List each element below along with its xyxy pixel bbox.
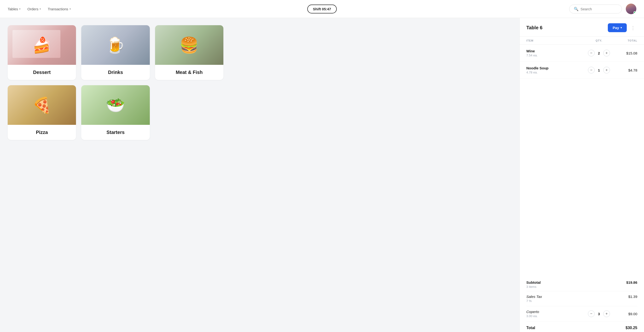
category-image-starters <box>81 85 150 125</box>
plus-icon: + <box>606 68 608 72</box>
tax-row: Sales Tax 7 % $1.39 <box>526 291 637 306</box>
minus-icon: − <box>590 51 592 55</box>
avatar[interactable] <box>626 4 636 14</box>
order-item-noodle-total: $4.78 <box>613 68 637 72</box>
subtotal-row: Subtotal 3 items $19.86 <box>526 278 637 291</box>
category-label-dessert: Dessert <box>8 65 76 80</box>
category-card-meat-fish[interactable]: Meat & Fish <box>155 25 223 80</box>
minus-icon: − <box>590 68 592 72</box>
coperto-price: 3.00 ea. <box>526 314 584 318</box>
qty-decrease-coperto[interactable]: − <box>588 310 595 317</box>
order-item-noodle-info: Noodle Soup 4.78 ea. <box>526 66 584 74</box>
search-bar[interactable]: 🔍 <box>569 5 622 14</box>
nav-tables[interactable]: Tables ▾ <box>8 7 20 11</box>
total-amount: $30.25 <box>626 326 637 330</box>
subtotal-amount: $19.86 <box>626 280 637 284</box>
tax-label-group: Sales Tax 7 % <box>526 294 542 303</box>
category-image-drinks <box>81 25 150 65</box>
table-title: Table 6 <box>526 25 542 31</box>
coperto-amount: $9.00 <box>613 312 637 316</box>
order-item-noodle-name: Noodle Soup <box>526 66 584 70</box>
pay-button[interactable]: Pay ▾ <box>608 23 627 32</box>
order-item-wine-price: 7.54 ea. <box>526 54 584 57</box>
tax-label: Sales Tax <box>526 294 542 299</box>
category-label-starters: Starters <box>81 125 150 140</box>
order-item-wine-qty-control: − 2 + <box>584 50 613 56</box>
col-qty-header: QTY. <box>584 39 613 42</box>
qty-increase-noodle[interactable]: + <box>603 67 610 73</box>
total-row: Total $30.25 <box>526 321 637 332</box>
subtotal-label: Subtotal <box>526 280 541 284</box>
header: Tables ▾ Orders ▾ Transactions ▾ Shift 0… <box>0 0 644 18</box>
tax-amount: $1.39 <box>628 294 637 299</box>
coperto-label: Coperto <box>526 310 584 314</box>
category-image-dessert <box>8 25 76 65</box>
order-item-wine: Wine 7.54 ea. − 2 + $15.08 <box>520 45 644 62</box>
order-item-noodle-soup: Noodle Soup 4.78 ea. − 1 + $4.78 <box>520 62 644 79</box>
category-grid: Dessert Drinks Meat & Fish Pizza Starter… <box>8 25 223 140</box>
chevron-down-icon: ▾ <box>19 8 20 11</box>
category-card-starters[interactable]: Starters <box>81 85 150 140</box>
qty-increase-wine[interactable]: + <box>603 50 610 56</box>
category-card-drinks[interactable]: Drinks <box>81 25 150 80</box>
total-label: Total <box>526 326 535 330</box>
chevron-down-icon: ▾ <box>40 8 41 11</box>
category-label-pizza: Pizza <box>8 125 76 140</box>
more-options-button[interactable]: ⋮ <box>629 24 637 32</box>
category-content: Dessert Drinks Meat & Fish Pizza Starter… <box>0 18 519 332</box>
order-summary: Subtotal 3 items $19.86 Sales Tax 7 % $1… <box>520 273 644 332</box>
tax-rate: 7 % <box>526 299 542 303</box>
col-item-header: ITEM <box>526 39 584 42</box>
category-card-dessert[interactable]: Dessert <box>8 25 76 80</box>
minus-icon: − <box>590 312 592 316</box>
panel-header: Table 6 Pay ▾ ⋮ <box>520 18 644 37</box>
chevron-down-icon: ▾ <box>620 26 622 29</box>
avatar-online-dot <box>634 11 636 14</box>
qty-value-noodle: 1 <box>597 68 601 72</box>
order-panel: Table 6 Pay ▾ ⋮ ITEM QTY. TOTAL Wine <box>519 18 644 332</box>
search-input[interactable] <box>580 7 618 11</box>
main-layout: Dessert Drinks Meat & Fish Pizza Starter… <box>0 18 644 332</box>
nav-orders[interactable]: Orders ▾ <box>27 7 41 11</box>
shift-badge-container: Shift 05:47 <box>307 5 337 14</box>
qty-value-wine: 2 <box>597 51 601 55</box>
category-label-drinks: Drinks <box>81 65 150 80</box>
shift-badge: Shift 05:47 <box>307 5 337 14</box>
search-icon: 🔍 <box>574 7 578 11</box>
panel-header-actions: Pay ▾ ⋮ <box>608 23 637 32</box>
order-item-wine-name: Wine <box>526 49 584 53</box>
nav-transactions-label: Transactions <box>48 7 68 11</box>
category-card-pizza[interactable]: Pizza <box>8 85 76 140</box>
order-item-noodle-price: 4.78 ea. <box>526 71 584 74</box>
category-image-pizza <box>8 85 76 125</box>
order-items-list: Wine 7.54 ea. − 2 + $15.08 Noodle So <box>520 45 644 273</box>
coperto-qty-control: − 3 + <box>584 310 613 317</box>
more-icon: ⋮ <box>630 25 635 31</box>
qty-value-coperto: 3 <box>597 312 601 316</box>
order-item-wine-total: $15.08 <box>613 51 637 55</box>
pay-button-label: Pay <box>612 26 619 30</box>
order-item-noodle-qty-control: − 1 + <box>584 67 613 73</box>
header-right: 🔍 <box>569 4 636 14</box>
subtotal-label-group: Subtotal 3 items <box>526 280 541 288</box>
col-total-header: TOTAL <box>613 39 637 42</box>
order-item-wine-info: Wine 7.54 ea. <box>526 49 584 57</box>
nav-transactions[interactable]: Transactions ▾ <box>48 7 71 11</box>
category-image-meat-fish <box>155 25 223 65</box>
nav-tables-label: Tables <box>8 7 18 11</box>
chevron-down-icon: ▾ <box>70 8 71 11</box>
coperto-info: Coperto 3.00 ea. <box>526 310 584 318</box>
nav-orders-label: Orders <box>27 7 38 11</box>
plus-icon: + <box>606 51 608 55</box>
order-table-header: ITEM QTY. TOTAL <box>520 37 644 45</box>
subtotal-items-count: 3 items <box>526 285 541 288</box>
plus-icon: + <box>606 312 608 316</box>
qty-decrease-wine[interactable]: − <box>588 50 595 56</box>
qty-increase-coperto[interactable]: + <box>603 310 610 317</box>
qty-decrease-noodle[interactable]: − <box>588 67 595 73</box>
main-nav: Tables ▾ Orders ▾ Transactions ▾ <box>8 7 71 11</box>
category-label-meat-fish: Meat & Fish <box>155 65 223 80</box>
coperto-row: Coperto 3.00 ea. − 3 + $9.00 <box>526 306 637 321</box>
